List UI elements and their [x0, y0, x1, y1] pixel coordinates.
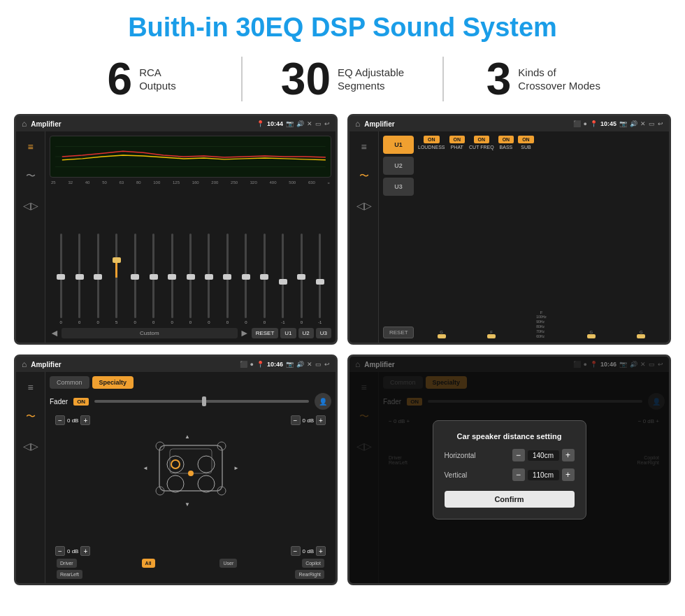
ch-loudness: G 0 [418, 330, 465, 338]
home-icon[interactable]: ⌂ [22, 119, 27, 129]
eq-slider-10[interactable]: 0 [219, 234, 236, 324]
driver-minus[interactable]: − [55, 415, 65, 425]
eq-slider-2[interactable]: 0 [71, 234, 87, 324]
bass-on-badge[interactable]: ON [498, 136, 514, 143]
preset-u3[interactable]: U3 [383, 178, 414, 196]
toggle-sub: ON SUB [518, 136, 534, 150]
freq-320: 320 [250, 180, 257, 185]
close-icon-3[interactable]: ✕ [307, 361, 312, 368]
eq-curve-svg [50, 136, 331, 177]
fader-eq-icon[interactable]: ≡ [21, 378, 41, 397]
copilot-minus[interactable]: − [291, 415, 301, 425]
fader-vol-icon[interactable]: ◁▷ [21, 436, 41, 456]
eq-slider-11[interactable]: 0 [238, 234, 254, 324]
crossover-volume-icon[interactable]: ◁▷ [354, 196, 374, 215]
phat-label: PHAT [451, 145, 463, 150]
crossover-eq-icon[interactable]: ≡ [354, 137, 374, 157]
toggle-cutfreq: ON CUT FREQ [469, 136, 494, 150]
fader-main-area: Common Specialty Fader ON 👤 [45, 372, 336, 583]
sub-label: SUB [521, 145, 531, 150]
eq-slider-1[interactable]: 0 [52, 234, 69, 324]
rearright-label-btn[interactable]: RearRight [295, 570, 324, 579]
svg-point-9 [171, 460, 180, 468]
rearleft-minus[interactable]: − [55, 546, 65, 556]
driver-plus[interactable]: + [80, 415, 90, 425]
eq-reset-button[interactable]: RESET [252, 328, 279, 338]
eq-slider-12[interactable]: 0 [256, 234, 273, 324]
eq-status-bar: ⌂ Amplifier 📍 10:44 📷 🔊 ✕ ▭ ↩ [16, 116, 336, 131]
eq-slider-6[interactable]: 0 [145, 234, 161, 324]
eq-u3-button[interactable]: U3 [316, 328, 331, 338]
fader-wave-icon[interactable]: 〜 [21, 407, 41, 427]
eq-u1-button[interactable]: U1 [280, 328, 296, 338]
eq-slider-5[interactable]: 0 [127, 234, 143, 324]
horizontal-minus-button[interactable]: − [512, 449, 525, 461]
rearleft-plus[interactable]: + [80, 546, 90, 556]
window-icon-2[interactable]: ▭ [649, 120, 655, 127]
phat-on-badge[interactable]: ON [449, 136, 466, 143]
vertical-plus-button[interactable]: + [562, 468, 575, 481]
freq-200: 200 [211, 180, 218, 185]
profile-icon[interactable]: 👤 [315, 393, 331, 410]
freq-more[interactable]: » [328, 180, 330, 185]
all-label-btn[interactable]: All [142, 559, 155, 568]
back-icon-2[interactable]: ↩ [658, 120, 663, 127]
back-icon[interactable]: ↩ [324, 120, 330, 127]
eq-slider-9[interactable]: 0 [201, 234, 217, 324]
back-icon-3[interactable]: ↩ [324, 361, 330, 368]
rearright-plus[interactable]: + [316, 546, 326, 556]
eq-next-button[interactable]: ► [240, 327, 250, 338]
vertical-minus-button[interactable]: − [512, 468, 525, 481]
user-label-btn[interactable]: User [219, 559, 237, 568]
eq-u2-button[interactable]: U2 [298, 328, 314, 338]
home-icon-3[interactable]: ⌂ [22, 359, 27, 369]
cutfreq-on-badge[interactable]: ON [474, 136, 490, 143]
window-icon[interactable]: ▭ [315, 120, 322, 127]
fader-screen: ⌂ Amplifier ⬛ ● 📍 10:46 📷 🔊 ✕ ▭ ↩ ≡ 〜 ◁▷ [14, 354, 338, 585]
tab-specialty[interactable]: Specialty [92, 376, 134, 389]
loudness-on-badge[interactable]: ON [424, 136, 440, 143]
preset-u1[interactable]: U1 [383, 136, 414, 154]
crossover-reset-button[interactable]: RESET [383, 327, 414, 338]
home-icon-2[interactable]: ⌂ [355, 119, 360, 129]
eq-slider-8[interactable]: 0 [182, 234, 199, 324]
eq-slider-7[interactable]: 0 [164, 234, 180, 324]
copilot-label-btn[interactable]: Copilot [302, 559, 324, 568]
eq-slider-15[interactable]: -1 [312, 234, 329, 324]
fader-h-slider[interactable] [94, 400, 309, 403]
close-icon[interactable]: ✕ [307, 120, 312, 127]
sidebar-eq-icon[interactable]: ≡ [21, 137, 41, 157]
toggle-phat: ON PHAT [449, 136, 466, 150]
stat-rca-text: RCAOutputs [139, 66, 176, 93]
preset-u2[interactable]: U2 [383, 157, 414, 175]
sub-on-badge[interactable]: ON [518, 136, 534, 143]
close-icon-2[interactable]: ✕ [640, 120, 646, 127]
rearright-minus[interactable]: − [291, 546, 301, 556]
rearleft-label-btn[interactable]: RearLeft [57, 570, 82, 579]
vertical-control: − 110cm + [512, 468, 575, 481]
window-icon-3[interactable]: ▭ [315, 361, 322, 368]
eq-slider-4[interactable]: 5 [108, 234, 124, 324]
horizontal-plus-button[interactable]: + [562, 449, 575, 461]
fader-screen-title: Amplifier [31, 361, 235, 368]
eq-main-area: 25 32 40 50 63 80 100 125 160 200 250 32… [45, 131, 336, 343]
eq-screen: ⌂ Amplifier 📍 10:44 📷 🔊 ✕ ▭ ↩ ≡ 〜 ◁▷ [14, 114, 338, 345]
freq-100: 100 [153, 180, 160, 185]
confirm-button[interactable]: Confirm [445, 491, 575, 508]
ch-cutfreq-f: F 100Hz 90Hz 80Hz 70Hz 60Hz [518, 310, 565, 338]
sidebar-volume-icon[interactable]: ◁▷ [21, 196, 41, 215]
sidebar-wave-icon[interactable]: 〜 [21, 166, 41, 186]
eq-prev-button[interactable]: ◄ [50, 327, 59, 338]
tab-common[interactable]: Common [50, 376, 89, 389]
stat-rca-number: 6 [108, 57, 133, 101]
fader-content: ≡ 〜 ◁▷ Common Specialty Fader ON [16, 372, 336, 583]
eq-slider-3[interactable]: 0 [89, 234, 106, 324]
copilot-plus[interactable]: + [316, 415, 326, 425]
fader-sidebar: ≡ 〜 ◁▷ [16, 372, 45, 583]
eq-slider-13[interactable]: -1 [275, 234, 291, 324]
crossover-wave-icon[interactable]: 〜 [354, 166, 374, 186]
driver-label-btn[interactable]: Driver [57, 559, 77, 568]
stat-crossover-number: 3 [486, 57, 512, 101]
fader-on-badge[interactable]: ON [73, 398, 89, 406]
eq-slider-14[interactable]: 0 [293, 234, 310, 324]
